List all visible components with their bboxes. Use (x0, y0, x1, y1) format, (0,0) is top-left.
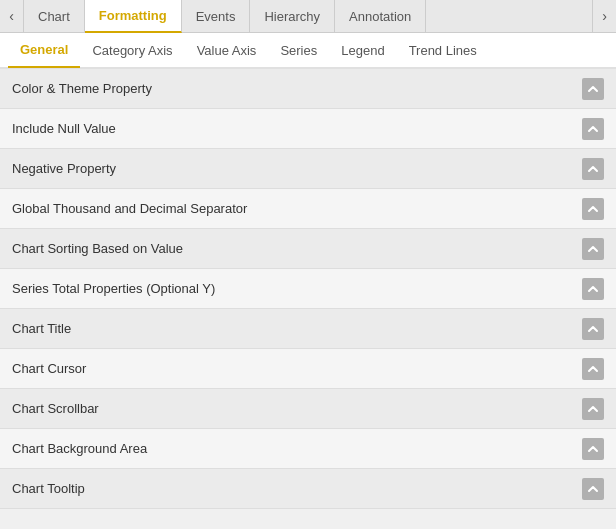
top-tab-bar: ‹ Chart Formatting Events Hierarchy Anno… (0, 0, 616, 33)
tab-hierarchy-label: Hierarchy (264, 9, 320, 24)
collapse-button-chart-cursor[interactable] (582, 358, 604, 380)
subtab-value-axis-label: Value Axis (197, 43, 257, 58)
subtab-series-label: Series (280, 43, 317, 58)
collapse-button-global-separator[interactable] (582, 198, 604, 220)
section-label-chart-scrollbar: Chart Scrollbar (12, 401, 99, 416)
section-item-global-separator[interactable]: Global Thousand and Decimal Separator (0, 189, 616, 229)
section-label-chart-cursor: Chart Cursor (12, 361, 86, 376)
section-label-chart-tooltip: Chart Tooltip (12, 481, 85, 496)
chevron-right-icon: › (602, 8, 607, 24)
section-item-chart-sorting[interactable]: Chart Sorting Based on Value (0, 229, 616, 269)
subtab-category-axis-label: Category Axis (92, 43, 172, 58)
section-label-series-total: Series Total Properties (Optional Y) (12, 281, 215, 296)
collapse-button-include-null[interactable] (582, 118, 604, 140)
subtab-legend[interactable]: Legend (329, 32, 396, 68)
section-label-chart-sorting: Chart Sorting Based on Value (12, 241, 183, 256)
tab-annotation-label: Annotation (349, 9, 411, 24)
collapse-button-negative-property[interactable] (582, 158, 604, 180)
collapse-button-series-total[interactable] (582, 278, 604, 300)
chevron-up-icon (587, 203, 599, 215)
collapse-button-chart-tooltip[interactable] (582, 478, 604, 500)
tab-hierarchy[interactable]: Hierarchy (250, 0, 335, 33)
subtab-general-label: General (20, 42, 68, 57)
chevron-up-icon (587, 83, 599, 95)
section-item-chart-tooltip[interactable]: Chart Tooltip (0, 469, 616, 509)
tab-annotation[interactable]: Annotation (335, 0, 426, 33)
section-label-include-null: Include Null Value (12, 121, 116, 136)
section-label-negative-property: Negative Property (12, 161, 116, 176)
chevron-up-icon (587, 483, 599, 495)
subtab-general[interactable]: General (8, 32, 80, 68)
section-item-include-null[interactable]: Include Null Value (0, 109, 616, 149)
tab-events[interactable]: Events (182, 0, 251, 33)
chevron-up-icon (587, 243, 599, 255)
tab-events-label: Events (196, 9, 236, 24)
subtab-trend-lines[interactable]: Trend Lines (397, 32, 489, 68)
prev-tab-button[interactable]: ‹ (0, 0, 24, 33)
subtab-legend-label: Legend (341, 43, 384, 58)
tab-formatting-label: Formatting (99, 8, 167, 23)
section-item-chart-scrollbar[interactable]: Chart Scrollbar (0, 389, 616, 429)
collapse-button-chart-scrollbar[interactable] (582, 398, 604, 420)
section-item-chart-cursor[interactable]: Chart Cursor (0, 349, 616, 389)
section-label-global-separator: Global Thousand and Decimal Separator (12, 201, 247, 216)
collapse-button-color-theme[interactable] (582, 78, 604, 100)
chevron-up-icon (587, 363, 599, 375)
section-item-chart-title[interactable]: Chart Title (0, 309, 616, 349)
tab-formatting[interactable]: Formatting (85, 0, 182, 33)
tab-chart-label: Chart (38, 9, 70, 24)
section-label-chart-background: Chart Background Area (12, 441, 147, 456)
chevron-up-icon (587, 283, 599, 295)
section-item-series-total[interactable]: Series Total Properties (Optional Y) (0, 269, 616, 309)
collapse-button-chart-background[interactable] (582, 438, 604, 460)
tab-chart[interactable]: Chart (24, 0, 85, 33)
chevron-left-icon: ‹ (9, 8, 14, 24)
section-item-chart-background[interactable]: Chart Background Area (0, 429, 616, 469)
collapse-button-chart-title[interactable] (582, 318, 604, 340)
sub-tab-bar: General Category Axis Value Axis Series … (0, 33, 616, 69)
subtab-trend-lines-label: Trend Lines (409, 43, 477, 58)
chevron-up-icon (587, 323, 599, 335)
section-item-negative-property[interactable]: Negative Property (0, 149, 616, 189)
chevron-up-icon (587, 443, 599, 455)
chevron-up-icon (587, 403, 599, 415)
chevron-up-icon (587, 163, 599, 175)
subtab-category-axis[interactable]: Category Axis (80, 32, 184, 68)
section-label-chart-title: Chart Title (12, 321, 71, 336)
chevron-up-icon (587, 123, 599, 135)
subtab-series[interactable]: Series (268, 32, 329, 68)
next-tab-button[interactable]: › (592, 0, 616, 33)
section-list: Color & Theme PropertyInclude Null Value… (0, 69, 616, 529)
section-label-color-theme: Color & Theme Property (12, 81, 152, 96)
subtab-value-axis[interactable]: Value Axis (185, 32, 269, 68)
collapse-button-chart-sorting[interactable] (582, 238, 604, 260)
section-item-color-theme[interactable]: Color & Theme Property (0, 69, 616, 109)
